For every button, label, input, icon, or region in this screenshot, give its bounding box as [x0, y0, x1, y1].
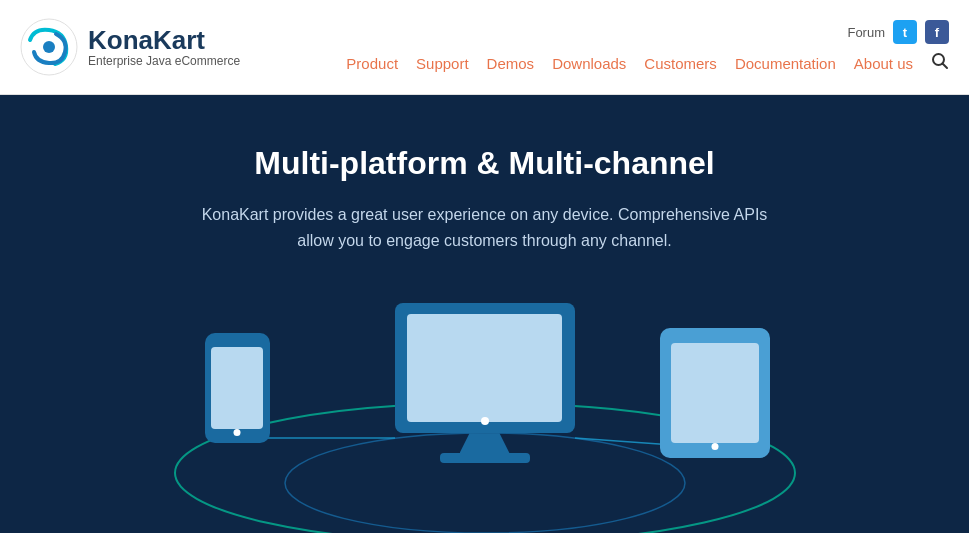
tablet-body: [660, 328, 770, 458]
monitor-indicator: [481, 417, 489, 425]
phone-body: [205, 333, 270, 443]
phone-home-button: [234, 429, 241, 436]
site-header: KonaKart Enterprise Java eCommerce Forum…: [0, 0, 969, 95]
main-nav: Product Support Demos Downloads Customer…: [346, 52, 949, 74]
forum-link[interactable]: Forum: [847, 25, 885, 40]
header-right: Forum t f Product Support Demos Download…: [346, 20, 949, 74]
monitor-screen: [407, 314, 562, 422]
logo-tagline: Enterprise Java eCommerce: [88, 54, 240, 68]
monitor-base: [440, 453, 530, 463]
logo-text: KonaKart Enterprise Java eCommerce: [88, 26, 240, 69]
devices-illustration: [145, 283, 825, 533]
monitor-body: [395, 303, 575, 433]
hero-subtitle: KonaKart provides a great user experienc…: [185, 202, 785, 253]
monitor-stand: [460, 433, 510, 453]
nav-item-support[interactable]: Support: [416, 55, 469, 72]
monitor-device: [395, 303, 575, 463]
svg-point-1: [43, 41, 55, 53]
nav-item-customers[interactable]: Customers: [644, 55, 717, 72]
nav-item-product[interactable]: Product: [346, 55, 398, 72]
twitter-icon[interactable]: t: [893, 20, 917, 44]
tablet-home-button: [711, 443, 718, 450]
search-icon: [931, 52, 949, 70]
phone-device: [205, 333, 270, 443]
phone-screen: [211, 347, 263, 429]
nav-item-demos[interactable]: Demos: [487, 55, 535, 72]
logo-icon: [20, 18, 78, 76]
tablet-screen: [671, 343, 759, 443]
hero-title: Multi-platform & Multi-channel: [254, 145, 714, 182]
logo-area[interactable]: KonaKart Enterprise Java eCommerce: [20, 18, 240, 76]
svg-line-3: [943, 64, 948, 69]
facebook-icon[interactable]: f: [925, 20, 949, 44]
tablet-device: [660, 328, 770, 458]
logo-name: KonaKart: [88, 26, 240, 55]
top-bar: Forum t f: [847, 20, 949, 44]
search-button[interactable]: [931, 52, 949, 74]
nav-item-downloads[interactable]: Downloads: [552, 55, 626, 72]
nav-item-documentation[interactable]: Documentation: [735, 55, 836, 72]
hero-section: Multi-platform & Multi-channel KonaKart …: [0, 95, 969, 533]
nav-item-about[interactable]: About us: [854, 55, 913, 72]
